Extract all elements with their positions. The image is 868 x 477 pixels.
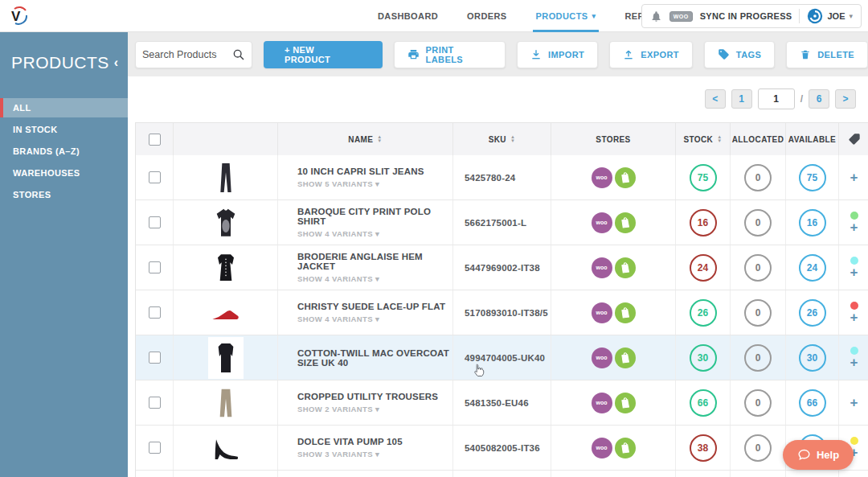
- table-row[interactable]: CHRISTY SUEDE LACE-UP FLAT SHOW 4 VARIAN…: [136, 290, 868, 335]
- page-number-input[interactable]: [758, 88, 795, 109]
- import-icon: [530, 49, 542, 60]
- search-box[interactable]: [135, 41, 252, 68]
- store-badges: woo: [592, 257, 636, 278]
- sidebar-item-all[interactable]: ALL: [0, 98, 128, 117]
- stock-column-header[interactable]: STOCK ▲▼: [676, 123, 731, 155]
- row-checkbox[interactable]: [149, 306, 161, 319]
- product-sku: 5481350-EU46: [465, 398, 529, 408]
- sidebar-item-in-stock[interactable]: IN STOCK: [0, 120, 128, 139]
- pagination: < 1 / 6 >: [705, 88, 856, 109]
- table-row[interactable]: COTTON-TWILL MAC OVERCOAT SIZE UK 40 499…: [136, 335, 868, 380]
- product-name[interactable]: CHRISTY SUEDE LACE-UP FLAT: [297, 302, 445, 311]
- bell-icon[interactable]: [650, 10, 662, 23]
- search-input[interactable]: [142, 49, 232, 60]
- product-image[interactable]: [208, 292, 244, 334]
- toolbar: + NEW PRODUCT PRINT LABELS IMPORT: [128, 32, 868, 76]
- allocated-header-label: ALLOCATED: [732, 135, 784, 144]
- product-image[interactable]: [208, 202, 244, 244]
- allocated-count: 0: [744, 209, 772, 236]
- table-row[interactable]: CROPPED UTILITY TROUSERS SHOW 2 VARIANTS…: [136, 380, 868, 426]
- tag-color-dot: [850, 212, 858, 220]
- table-header-row: NAME ▲▼ SKU ▲▼ STORES STOCK ▲▼ ALLOCATED: [136, 123, 868, 155]
- sort-icon[interactable]: ▲▼: [377, 135, 382, 143]
- product-image[interactable]: [208, 382, 244, 424]
- last-page-button[interactable]: 6: [809, 89, 829, 109]
- nav-item-dashboard[interactable]: DASHBOARD: [363, 0, 452, 32]
- sidebar-item-stores[interactable]: STORES: [0, 185, 128, 204]
- sort-icon[interactable]: ▲▼: [717, 135, 722, 143]
- product-image[interactable]: [208, 247, 244, 289]
- import-button[interactable]: IMPORT: [517, 41, 598, 68]
- tags-label: TAGS: [736, 50, 761, 60]
- row-checkbox[interactable]: [149, 216, 161, 228]
- veeqo-logo[interactable]: V: [0, 6, 37, 27]
- export-button[interactable]: EXPORT: [609, 41, 693, 68]
- sidebar-item-warehouses[interactable]: WAREHOUSES: [0, 163, 128, 183]
- add-tag-button[interactable]: +: [850, 397, 858, 409]
- sidebar: PRODUCTS ‹ ALL IN STOCK BRANDS (A–Z) WAR…: [0, 32, 128, 477]
- chat-bubble-icon: [797, 448, 811, 462]
- product-name[interactable]: COTTON-TWILL MAC OVERCOAT SIZE UK 40: [297, 348, 452, 368]
- row-checkbox[interactable]: [149, 352, 161, 364]
- table-row[interactable]: BAROQUE CITY PRINT POLO SHIRT SHOW 4 VAR…: [136, 200, 868, 245]
- stores-column-header: STORES: [551, 123, 676, 155]
- table-row[interactable]: BRODERIE ANGLAISE HEM JACKET SHOW 4 VARI…: [136, 245, 868, 290]
- show-variants-toggle[interactable]: SHOW 3 VARIANTS ▾: [297, 450, 379, 458]
- name-column-header[interactable]: NAME ▲▼: [278, 123, 453, 155]
- allocated-count: 0: [744, 299, 772, 327]
- new-product-button[interactable]: + NEW PRODUCT: [264, 41, 383, 68]
- row-checkbox[interactable]: [149, 397, 161, 409]
- row-checkbox[interactable]: [149, 442, 161, 454]
- delete-button[interactable]: DELETE: [786, 41, 868, 68]
- product-image[interactable]: [208, 337, 244, 379]
- product-name[interactable]: BAROQUE CITY PRINT POLO SHIRT: [297, 207, 452, 226]
- product-image[interactable]: [208, 427, 244, 469]
- print-labels-button[interactable]: PRINT LABELS: [394, 41, 506, 68]
- shopify-store-icon: [615, 257, 636, 278]
- show-variants-toggle[interactable]: SHOW 4 VARIANTS ▾: [297, 315, 379, 323]
- woocommerce-store-icon: woo: [592, 393, 612, 413]
- woocommerce-store-icon: woo: [592, 438, 612, 458]
- add-tag-button[interactable]: +: [850, 312, 858, 323]
- woocommerce-store-icon: woo: [592, 347, 612, 368]
- product-name[interactable]: BRODERIE ANGLAISE HEM JACKET: [297, 252, 452, 271]
- add-tag-button[interactable]: +: [850, 222, 858, 233]
- show-variants-toggle[interactable]: SHOW 4 VARIANTS ▾: [297, 229, 379, 238]
- search-icon[interactable]: [232, 48, 245, 61]
- nav-item-label: ORDERS: [467, 11, 506, 21]
- show-variants-toggle[interactable]: SHOW 5 VARIANTS ▾: [297, 179, 379, 188]
- show-variants-toggle[interactable]: SHOW 2 VARIANTS ▾: [297, 405, 379, 413]
- row-checkbox[interactable]: [149, 171, 161, 183]
- product-name[interactable]: 10 INCH CAPRI SLIT JEANS: [297, 167, 424, 176]
- sidebar-item-brands-a-z-[interactable]: BRANDS (A–Z): [0, 142, 128, 161]
- table-row[interactable]: DOLCE VITA PUMP 105 SHOW 3 VARIANTS ▾ 54…: [136, 426, 868, 471]
- tags-button[interactable]: TAGS: [704, 41, 775, 68]
- allocated-count: 0: [744, 389, 772, 417]
- add-tag-button[interactable]: +: [850, 172, 858, 183]
- sort-icon[interactable]: ▲▼: [510, 135, 515, 143]
- prev-page-button[interactable]: <: [705, 89, 726, 109]
- first-page-button[interactable]: 1: [731, 89, 752, 109]
- show-variants-toggle[interactable]: SHOW 4 VARIANTS ▾: [297, 274, 379, 283]
- sku-header-label: SKU: [489, 135, 506, 144]
- nav-item-orders[interactable]: ORDERS: [452, 0, 521, 32]
- add-tag-button[interactable]: +: [850, 267, 858, 278]
- nav-item-products[interactable]: PRODUCTS ▾: [522, 0, 611, 32]
- help-button[interactable]: Help: [783, 440, 854, 470]
- select-all-checkbox[interactable]: [149, 134, 161, 146]
- next-page-button[interactable]: >: [835, 89, 856, 109]
- user-menu[interactable]: JOE ▾: [807, 8, 853, 24]
- product-image[interactable]: [208, 157, 244, 199]
- sidebar-items: ALL IN STOCK BRANDS (A–Z) WAREHOUSES STO…: [0, 98, 128, 204]
- help-label: Help: [817, 449, 839, 461]
- product-name[interactable]: DOLCE VITA PUMP 105: [297, 437, 403, 446]
- stock-count: 30: [690, 344, 717, 372]
- user-name: JOE: [827, 11, 845, 21]
- row-checkbox[interactable]: [149, 261, 161, 273]
- sku-column-header[interactable]: SKU ▲▼: [453, 123, 551, 155]
- available-count: 66: [799, 389, 826, 417]
- product-name[interactable]: CROPPED UTILITY TROUSERS: [297, 392, 438, 401]
- table-row[interactable]: 10 INCH CAPRI SLIT JEANS SHOW 5 VARIANTS…: [136, 155, 868, 200]
- sidebar-collapse-button[interactable]: ‹: [114, 56, 118, 70]
- add-tag-button[interactable]: +: [850, 357, 858, 368]
